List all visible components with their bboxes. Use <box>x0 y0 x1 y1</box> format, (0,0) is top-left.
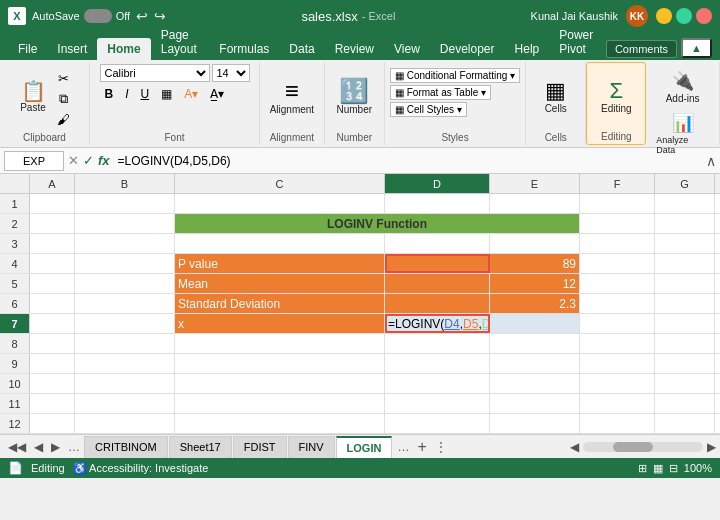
format-painter-button[interactable]: 🖌 <box>53 110 74 129</box>
tab-more-left[interactable]: … <box>64 440 84 454</box>
close-button[interactable] <box>696 8 712 24</box>
conditional-formatting-button[interactable]: ▦ Conditional Formatting ▾ <box>390 68 520 83</box>
cell-g5[interactable] <box>655 274 715 293</box>
cell-a8[interactable] <box>30 334 75 353</box>
cell-a3[interactable] <box>30 234 75 253</box>
redo-icon[interactable]: ↪ <box>154 8 166 24</box>
cell-f12[interactable] <box>580 414 655 433</box>
tab-nav-prev[interactable]: ◀ <box>30 440 47 454</box>
cell-b1[interactable] <box>75 194 175 213</box>
cell-c1[interactable] <box>175 194 385 213</box>
cell-c10[interactable] <box>175 374 385 393</box>
bold-button[interactable]: B <box>100 85 119 103</box>
cell-b10[interactable] <box>75 374 175 393</box>
minimize-button[interactable] <box>656 8 672 24</box>
tab-developer[interactable]: Developer <box>430 38 505 60</box>
cell-g7[interactable] <box>655 314 715 333</box>
cell-d3[interactable] <box>385 234 490 253</box>
cancel-icon[interactable]: ✕ <box>68 153 79 168</box>
cell-d8[interactable] <box>385 334 490 353</box>
cell-f11[interactable] <box>580 394 655 413</box>
cell-e10[interactable] <box>490 374 580 393</box>
cut-button[interactable]: ✂ <box>53 69 74 88</box>
formula-expand-button[interactable]: ∧ <box>706 153 716 169</box>
tab-home[interactable]: Home <box>97 38 150 60</box>
scroll-left-button[interactable]: ◀ <box>570 440 579 454</box>
cell-g4[interactable] <box>655 254 715 273</box>
tab-more-right[interactable]: … <box>393 440 413 454</box>
cell-g2[interactable] <box>655 214 715 233</box>
addins-button[interactable]: 🔌 Add-ins <box>662 68 704 106</box>
fx-icon[interactable]: fx <box>98 153 110 168</box>
tab-help[interactable]: Help <box>505 38 550 60</box>
cell-d7[interactable]: =LOGINV(D4,D5,D6) <box>385 314 490 333</box>
cell-f8[interactable] <box>580 334 655 353</box>
col-header-b[interactable]: B <box>75 174 175 193</box>
tab-formulas[interactable]: Formulas <box>209 38 279 60</box>
cell-d11[interactable] <box>385 394 490 413</box>
font-color-button[interactable]: A̲▾ <box>205 85 229 103</box>
analyze-data-button[interactable]: 📊 Analyze Data <box>652 110 713 157</box>
cell-b4[interactable] <box>75 254 175 273</box>
status-accessibility[interactable]: ♿ Accessibility: Investigate <box>73 462 209 475</box>
cell-b7[interactable] <box>75 314 175 333</box>
cell-f5[interactable] <box>580 274 655 293</box>
autosave-toggle[interactable] <box>84 9 112 23</box>
confirm-icon[interactable]: ✓ <box>83 153 94 168</box>
scroll-track[interactable] <box>583 442 703 452</box>
tab-nav-first[interactable]: ◀◀ <box>4 440 30 454</box>
tab-file[interactable]: File <box>8 38 47 60</box>
cell-a11[interactable] <box>30 394 75 413</box>
cell-g1[interactable] <box>655 194 715 213</box>
cell-g10[interactable] <box>655 374 715 393</box>
cell-f7[interactable] <box>580 314 655 333</box>
add-sheet-button[interactable]: + <box>413 438 430 456</box>
tab-view[interactable]: View <box>384 38 430 60</box>
page-layout-view-button[interactable]: ▦ <box>653 462 663 475</box>
underline-button[interactable]: U <box>136 85 155 103</box>
col-header-a[interactable]: A <box>30 174 75 193</box>
normal-view-button[interactable]: ⊞ <box>638 462 647 475</box>
cell-c8[interactable] <box>175 334 385 353</box>
col-header-f[interactable]: F <box>580 174 655 193</box>
cell-c11[interactable] <box>175 394 385 413</box>
cells-button[interactable]: ▦ Cells <box>538 78 574 116</box>
cell-d9[interactable] <box>385 354 490 373</box>
cell-c6[interactable]: Standard Deviation <box>175 294 385 313</box>
cell-a9[interactable] <box>30 354 75 373</box>
maximize-button[interactable] <box>676 8 692 24</box>
tab-options-button[interactable]: ⋮ <box>431 440 451 454</box>
paste-button[interactable]: 📋 Paste <box>15 79 51 115</box>
cell-f9[interactable] <box>580 354 655 373</box>
cell-b11[interactable] <box>75 394 175 413</box>
comments-button[interactable]: Comments <box>606 40 677 58</box>
cell-a5[interactable] <box>30 274 75 293</box>
cell-b3[interactable] <box>75 234 175 253</box>
cell-d12[interactable] <box>385 414 490 433</box>
col-header-g[interactable]: G <box>655 174 715 193</box>
cell-b9[interactable] <box>75 354 175 373</box>
cell-c4[interactable]: P value <box>175 254 385 273</box>
editing-button[interactable]: Σ Editing <box>597 78 636 116</box>
scroll-right-button[interactable]: ▶ <box>707 440 716 454</box>
fill-color-button[interactable]: A▾ <box>179 85 203 103</box>
format-table-button[interactable]: ▦ Format as Table ▾ <box>390 85 491 100</box>
page-break-view-button[interactable]: ⊟ <box>669 462 678 475</box>
cell-f3[interactable] <box>580 234 655 253</box>
cell-c7[interactable]: x <box>175 314 385 333</box>
cell-f1[interactable] <box>580 194 655 213</box>
undo-icon[interactable]: ↩ <box>136 8 148 24</box>
cell-e9[interactable] <box>490 354 580 373</box>
font-family-select[interactable]: Calibri <box>100 64 210 82</box>
cell-f6[interactable] <box>580 294 655 313</box>
cell-e8[interactable] <box>490 334 580 353</box>
tab-data[interactable]: Data <box>279 38 324 60</box>
cell-a4[interactable] <box>30 254 75 273</box>
horizontal-scrollbar[interactable]: ◀ ▶ <box>570 440 716 454</box>
cell-g6[interactable] <box>655 294 715 313</box>
cell-c9[interactable] <box>175 354 385 373</box>
copy-button[interactable]: ⧉ <box>53 89 74 109</box>
cell-c12[interactable] <box>175 414 385 433</box>
alignment-button[interactable]: ≡ Alignment <box>266 77 318 117</box>
cell-g3[interactable] <box>655 234 715 253</box>
